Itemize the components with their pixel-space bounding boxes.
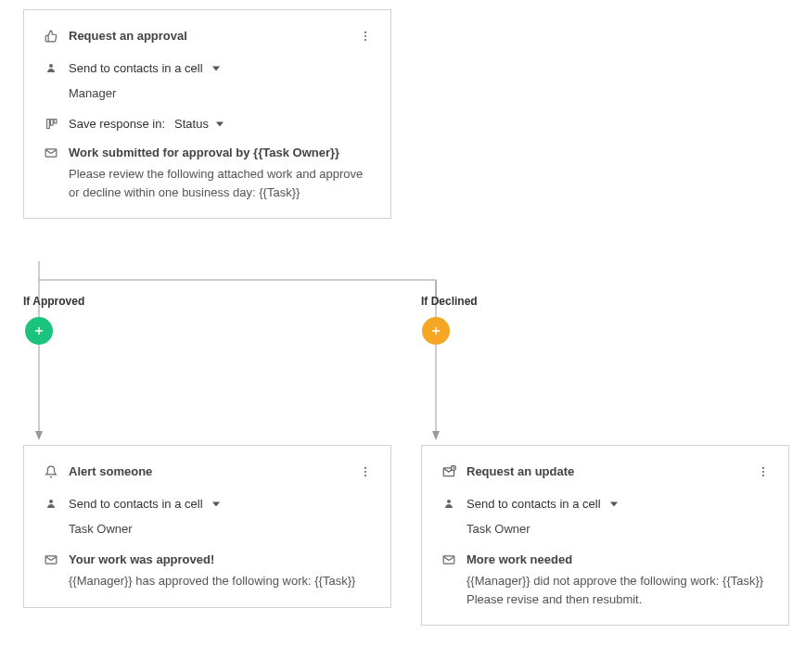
svg-point-6 bbox=[364, 39, 366, 41]
person-icon bbox=[43, 61, 59, 73]
update-card-title: Request an update bbox=[466, 464, 757, 478]
alert-send-to-picker[interactable]: Send to contacts in a cell bbox=[69, 497, 220, 511]
alert-more-button[interactable] bbox=[359, 465, 372, 478]
bell-icon bbox=[43, 465, 59, 478]
svg-rect-9 bbox=[46, 120, 49, 129]
svg-marker-8 bbox=[212, 67, 220, 71]
alert-card[interactable]: Alert someone Send to contacts in a cell… bbox=[23, 445, 391, 608]
approval-message-body: Please review the following attached wor… bbox=[69, 165, 372, 201]
svg-point-20 bbox=[364, 475, 366, 476]
thumbs-up-icon bbox=[43, 30, 59, 43]
save-response-field-picker[interactable]: Status bbox=[174, 117, 224, 131]
save-response-label: Save response in: bbox=[69, 117, 165, 131]
person-icon bbox=[43, 497, 59, 509]
envelope-icon bbox=[441, 552, 457, 566]
branch-declined-label: If Declined bbox=[421, 295, 478, 308]
column-icon bbox=[43, 118, 59, 130]
alert-send-target: Task Owner bbox=[69, 522, 372, 536]
branch-approved-label: If Approved bbox=[23, 295, 84, 308]
svg-point-4 bbox=[364, 31, 366, 32]
caret-down-icon bbox=[610, 497, 618, 511]
workflow-canvas: Request an approval Send to contacts in … bbox=[0, 0, 805, 672]
person-icon bbox=[441, 497, 457, 509]
update-message-subject: More work needed bbox=[466, 552, 770, 566]
add-declined-step-button[interactable] bbox=[422, 317, 450, 345]
svg-marker-22 bbox=[212, 502, 220, 507]
svg-point-28 bbox=[762, 475, 764, 476]
svg-marker-30 bbox=[610, 502, 618, 507]
svg-marker-12 bbox=[216, 122, 224, 127]
alert-message-subject: Your work was approved! bbox=[69, 552, 372, 566]
caret-down-icon bbox=[216, 117, 224, 131]
approval-message-subject: Work submitted for approval by {{Task Ow… bbox=[69, 146, 372, 159]
svg-point-21 bbox=[49, 500, 53, 503]
svg-point-19 bbox=[364, 470, 366, 472]
svg-point-26 bbox=[762, 466, 764, 468]
svg-point-5 bbox=[364, 34, 366, 36]
update-message-body: {{Manager}} did not approve the followin… bbox=[466, 572, 770, 608]
approval-more-button[interactable] bbox=[359, 30, 372, 43]
svg-point-7 bbox=[49, 64, 53, 68]
approval-card-title: Request an approval bbox=[69, 29, 359, 43]
svg-point-29 bbox=[447, 500, 451, 503]
update-card[interactable]: Request an update Send to contacts in a … bbox=[421, 445, 789, 626]
add-approved-step-button[interactable] bbox=[25, 317, 53, 345]
caret-down-icon bbox=[212, 497, 220, 511]
envelope-icon bbox=[43, 146, 59, 159]
envelope-icon bbox=[43, 552, 59, 566]
alert-message-body: {{Manager}} has approved the following w… bbox=[69, 572, 372, 590]
approval-send-to-picker[interactable]: Send to contacts in a cell bbox=[69, 61, 220, 75]
update-request-icon bbox=[441, 464, 457, 478]
update-send-target: Task Owner bbox=[466, 522, 770, 536]
svg-rect-11 bbox=[54, 120, 57, 123]
approval-card[interactable]: Request an approval Send to contacts in … bbox=[23, 9, 391, 219]
caret-down-icon bbox=[212, 61, 220, 75]
svg-marker-3 bbox=[432, 431, 440, 440]
svg-rect-10 bbox=[50, 120, 53, 126]
svg-point-18 bbox=[364, 466, 366, 468]
approval-send-target: Manager bbox=[69, 86, 372, 100]
update-more-button[interactable] bbox=[757, 465, 770, 478]
svg-marker-1 bbox=[35, 431, 43, 440]
alert-card-title: Alert someone bbox=[69, 464, 359, 478]
svg-point-27 bbox=[762, 470, 764, 472]
update-send-to-picker[interactable]: Send to contacts in a cell bbox=[466, 497, 618, 511]
